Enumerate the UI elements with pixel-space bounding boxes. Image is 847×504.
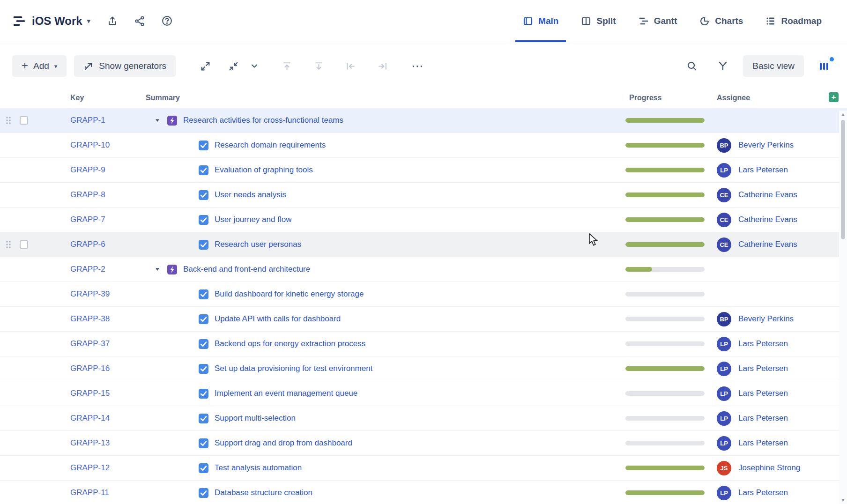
issue-summary[interactable]: Research domain requirements [215,141,326,150]
issue-summary[interactable]: Implement an event management queue [215,389,357,398]
avatar[interactable]: LP [717,163,731,178]
assignee-name[interactable]: Beverly Perkins [738,314,794,324]
avatar[interactable]: LP [717,436,731,451]
issue-summary[interactable]: Build dashboard for kinetic energy stora… [215,289,364,299]
tab-roadmap[interactable]: Roadmap [754,0,833,42]
drag-handle-icon[interactable] [6,116,11,125]
tab-charts[interactable]: Charts [688,0,754,42]
assignee-name[interactable]: Lars Petersen [738,165,788,175]
scroll-down-icon[interactable]: ▼ [839,497,847,503]
collapse-chevron-icon[interactable] [154,117,161,124]
issue-key[interactable]: GRAPP-16 [70,364,110,373]
table-row[interactable]: GRAPP-12 Test analysis automation JS Jos… [0,456,847,481]
issue-key[interactable]: GRAPP-15 [70,389,110,398]
transformations-button[interactable] [712,55,734,77]
issue-summary[interactable]: User journey and flow [215,215,291,224]
issue-key[interactable]: GRAPP-8 [70,190,105,199]
assignee-name[interactable]: Catherine Evans [738,190,797,200]
avatar[interactable]: LP [717,486,731,500]
issue-key[interactable]: GRAPP-14 [70,414,110,422]
avatar[interactable]: LP [717,411,731,426]
issue-key[interactable]: GRAPP-11 [70,488,109,497]
move-down-button[interactable] [308,55,329,77]
avatar[interactable]: CE [717,237,731,252]
issue-summary[interactable]: Set up data provisioning for test enviro… [215,364,372,373]
drag-handle-icon[interactable] [6,240,11,249]
collapse-all-button[interactable] [223,55,244,77]
indent-button[interactable] [371,55,393,77]
columns-button[interactable] [813,55,835,77]
issue-key[interactable]: GRAPP-38 [70,314,110,323]
issue-key[interactable]: GRAPP-12 [70,463,110,472]
assignee-name[interactable]: Lars Petersen [738,438,788,448]
issue-key[interactable]: GRAPP-6 [70,240,105,249]
table-row[interactable]: GRAPP-6 Research user personas CE Cather… [0,232,847,257]
issue-summary[interactable]: Back-end and front-end architecture [183,265,310,274]
table-row[interactable]: GRAPP-15 Implement an event management q… [0,381,847,406]
expand-all-button[interactable] [194,55,216,77]
table-row[interactable]: GRAPP-1 Research activities for cross-fu… [0,108,847,133]
row-checkbox[interactable] [20,240,28,249]
scrollbar-thumb[interactable] [841,120,845,239]
table-row[interactable]: GRAPP-7 User journey and flow CE Catheri… [0,208,847,232]
issue-key[interactable]: GRAPP-13 [70,438,110,447]
assignee-name[interactable]: Josephine Strong [738,463,800,473]
issue-summary[interactable]: Support drag and drop from dashboard [215,438,352,448]
more-actions-button[interactable]: ⋯ [407,55,429,77]
issue-summary[interactable]: User needs analysis [215,190,286,200]
tab-gantt[interactable]: Gantt [627,0,689,42]
help-icon[interactable] [161,15,173,27]
issue-summary[interactable]: Research user personas [215,240,301,249]
scroll-up-icon[interactable]: ▲ [839,111,847,117]
column-header-progress[interactable]: Progress [621,90,708,102]
issue-key[interactable]: GRAPP-39 [70,289,110,298]
title-chevron-icon[interactable]: ▾ [87,17,91,25]
show-generators-button[interactable]: Show generators [74,55,176,77]
issue-key[interactable]: GRAPP-2 [70,265,105,274]
issue-key[interactable]: GRAPP-10 [70,141,110,149]
table-row[interactable]: GRAPP-37 Backend ops for energy extracti… [0,332,847,356]
export-icon[interactable] [106,15,119,27]
tab-main[interactable]: Main [512,0,570,42]
table-row[interactable]: GRAPP-13 Support drag and drop from dash… [0,431,847,456]
add-button[interactable]: + Add ▾ [12,55,67,77]
issue-summary[interactable]: Database structure creation [215,488,312,497]
basic-view-button[interactable]: Basic view [743,55,804,77]
search-button[interactable] [681,55,703,77]
collapse-chevron-icon[interactable] [154,266,161,273]
add-column-button[interactable]: + [829,92,839,102]
assignee-name[interactable]: Catherine Evans [738,240,797,249]
avatar[interactable]: JS [717,461,731,475]
assignee-name[interactable]: Lars Petersen [738,389,788,398]
issue-summary[interactable]: Evaluation of graphing tools [215,165,313,175]
table-row[interactable]: GRAPP-2 Back-end and front-end architect… [0,257,847,282]
avatar[interactable]: BP [717,312,731,326]
issue-key[interactable]: GRAPP-1 [70,116,105,125]
expand-options-button[interactable] [247,55,262,77]
assignee-name[interactable]: Lars Petersen [738,414,788,423]
move-up-button[interactable] [276,55,297,77]
row-checkbox[interactable] [20,116,28,125]
table-row[interactable]: GRAPP-10 Research domain requirements BP… [0,133,847,158]
issue-summary[interactable]: Backend ops for energy extraction proces… [215,339,365,348]
table-row[interactable]: GRAPP-8 User needs analysis CE Catherine… [0,183,847,208]
avatar[interactable]: LP [717,386,731,401]
column-header-assignee[interactable]: Assignee [708,90,847,102]
issue-summary[interactable]: Support multi-selection [215,414,296,423]
issue-key[interactable]: GRAPP-37 [70,339,110,348]
assignee-name[interactable]: Lars Petersen [738,339,788,348]
column-header-summary[interactable]: Summary [146,90,621,102]
assignee-name[interactable]: Lars Petersen [738,488,788,497]
table-row[interactable]: GRAPP-38 Update API with calls for dashb… [0,307,847,332]
avatar[interactable]: LP [717,337,731,351]
tab-split[interactable]: Split [570,0,627,42]
issue-key[interactable]: GRAPP-7 [70,215,105,224]
table-row[interactable]: GRAPP-14 Support multi-selection LP Lars… [0,406,847,431]
table-row[interactable]: GRAPP-16 Set up data provisioning for te… [0,356,847,381]
avatar[interactable]: CE [717,188,731,202]
assignee-name[interactable]: Beverly Perkins [738,141,794,150]
table-row[interactable]: GRAPP-39 Build dashboard for kinetic ene… [0,282,847,307]
issue-summary[interactable]: Test analysis automation [215,463,302,473]
column-header-key[interactable]: Key [70,90,146,102]
share-icon[interactable] [134,15,146,27]
